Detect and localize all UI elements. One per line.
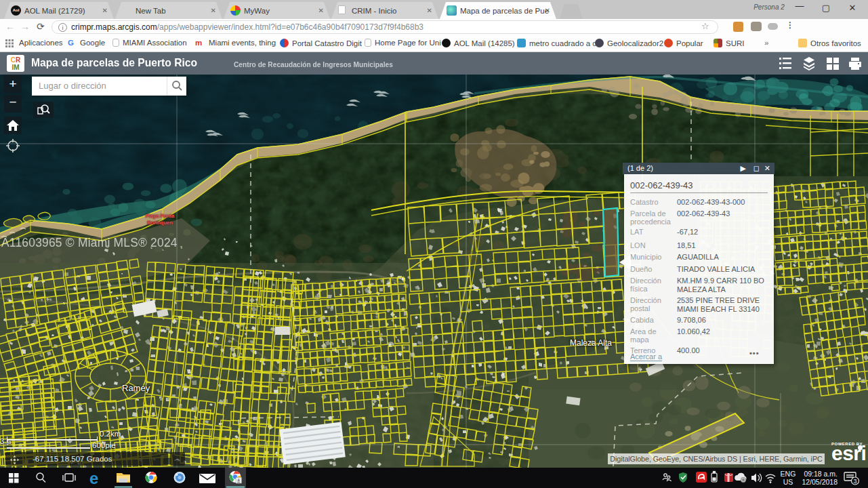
svg-text:3: 3: [853, 478, 856, 485]
svg-text:e: e: [89, 469, 98, 487]
